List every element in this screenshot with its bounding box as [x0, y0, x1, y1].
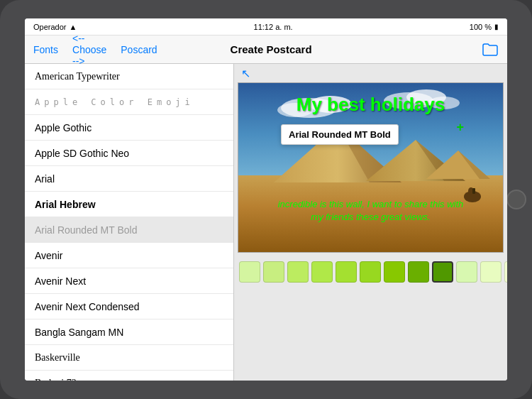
postcard-title[interactable]: My best holidays [238, 94, 503, 116]
font-item-american-typewriter[interactable]: American Typewriter [25, 64, 233, 89]
font-list-panel[interactable]: American Typewriter Apple Color Emoji Ap… [25, 64, 234, 381]
font-item-avenir-next[interactable]: Avenir Next [25, 268, 233, 294]
postcard-area: ↖ [234, 64, 507, 381]
status-bar-right: 100 % ▮ [470, 23, 499, 31]
home-button[interactable] [506, 190, 526, 209]
ipad-screen: Operador ▲ 11:12 a. m. 100 % ▮ Fonts <--… [25, 18, 507, 381]
color-swatch-11[interactable] [504, 261, 507, 283]
wifi-icon: ▲ [69, 23, 77, 31]
font-item-avenir-next-condensed[interactable]: Avenir Next Condensed [25, 294, 233, 319]
carrier-label: Operador [33, 23, 66, 31]
postcard-subtitle: incredible is this wall, I want to share… [238, 198, 503, 224]
font-item-bangla-sangam-mn[interactable]: Bangla Sangam MN [25, 319, 233, 345]
choose-nav-label: <-- Choose --> [72, 33, 106, 67]
font-tooltip[interactable]: Arial Rounded MT Bold [281, 124, 399, 145]
color-swatch-6[interactable] [384, 261, 405, 283]
green-plus-icon[interactable]: + [456, 120, 464, 135]
color-swatch-8[interactable] [432, 261, 453, 283]
font-item-baskerville[interactable]: Baskerville [25, 345, 233, 371]
main-content: American Typewriter Apple Color Emoji Ap… [25, 64, 507, 381]
nav-bar-title: Create Postcard [157, 43, 385, 55]
folder-icon[interactable] [482, 43, 499, 56]
font-item-apple-sd-gothic-neo[interactable]: Apple SD Gothic Neo [25, 141, 233, 166]
color-swatch-1[interactable] [263, 261, 284, 283]
nav-bar: Fonts <-- Choose --> Poscard Create Post… [25, 35, 507, 64]
svg-rect-17 [472, 188, 475, 194]
color-swatches-row [238, 258, 504, 285]
font-item-apple-gothic[interactable]: Apple Gothic [25, 115, 233, 141]
color-swatch-0[interactable] [239, 261, 260, 283]
status-bar-left: Operador ▲ [33, 23, 77, 31]
font-item-apple-color-emoji[interactable]: Apple Color Emoji [25, 89, 233, 115]
font-item-avenir[interactable]: Avenir [25, 243, 233, 268]
postcard-subtitle-text: incredible is this wall, I want to share… [278, 199, 464, 222]
color-swatch-9[interactable] [456, 261, 477, 283]
postcard-image[interactable]: My best holidays Arial Rounded MT Bold +… [238, 82, 504, 253]
color-swatch-2[interactable] [287, 261, 309, 283]
status-bar-time: 11:12 a. m. [254, 23, 293, 31]
battery-label: 100 % [470, 23, 492, 31]
nav-bar-right [385, 43, 499, 56]
color-swatch-7[interactable] [408, 261, 429, 283]
color-swatch-3[interactable] [311, 261, 333, 283]
color-swatch-10[interactable] [480, 261, 501, 283]
color-swatch-4[interactable] [336, 261, 357, 283]
font-item-arial-rounded-mt-bold[interactable]: Arial Rounded MT Bold [25, 217, 233, 243]
font-item-arial[interactable]: Arial [25, 166, 233, 192]
fonts-nav-button[interactable]: Fonts [33, 44, 58, 55]
battery-icon: ▮ [494, 23, 499, 31]
poscard-nav-button[interactable]: Poscard [121, 44, 157, 55]
nav-bar-left: Fonts <-- Choose --> Poscard [33, 33, 157, 67]
ipad-frame: Operador ▲ 11:12 a. m. 100 % ▮ Fonts <--… [0, 0, 532, 399]
font-item-arial-hebrew[interactable]: Arial Hebrew [25, 192, 233, 217]
font-item-bodoni-72[interactable]: Bodoni 72 [25, 371, 233, 381]
color-swatch-5[interactable] [360, 261, 381, 283]
